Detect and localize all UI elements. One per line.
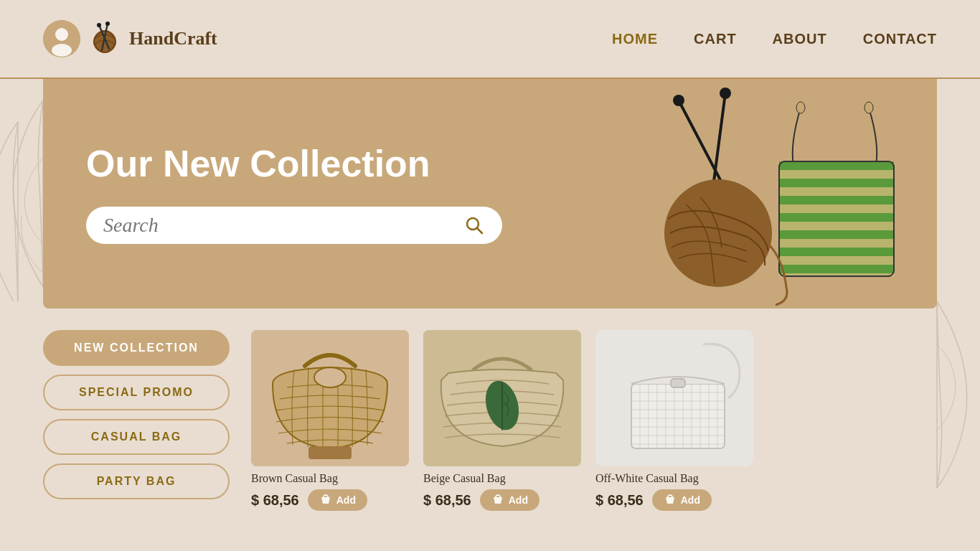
category-casual-bag[interactable]: CASUAL BAG bbox=[43, 419, 230, 455]
svg-rect-38 bbox=[308, 446, 352, 459]
svg-point-10 bbox=[105, 22, 110, 26]
product-footer-2: $ 68,56 Add bbox=[595, 489, 753, 511]
main-nav: HOME CART ABOUT CONTACT bbox=[612, 31, 937, 47]
search-input[interactable] bbox=[103, 214, 463, 237]
product-card: Beige Casual Bag $ 68,56 Add bbox=[423, 330, 581, 511]
svg-point-37 bbox=[314, 367, 346, 387]
bag-icon bbox=[664, 494, 677, 507]
products-grid: Brown Casual Bag $ 68,56 Add bbox=[251, 330, 937, 511]
product-image-brown-bag bbox=[251, 330, 409, 466]
svg-rect-44 bbox=[631, 384, 725, 448]
svg-line-12 bbox=[477, 228, 482, 233]
add-to-cart-0[interactable]: Add bbox=[308, 489, 367, 511]
brand-name: HandCraft bbox=[129, 28, 217, 50]
svg-point-4 bbox=[55, 28, 68, 41]
svg-point-33 bbox=[673, 95, 684, 106]
logo-area: HandCraft bbox=[43, 20, 217, 57]
nav-contact[interactable]: CONTACT bbox=[863, 31, 937, 47]
product-image-beige-bag bbox=[423, 330, 581, 466]
search-bar bbox=[86, 207, 502, 244]
product-footer-0: $ 68,56 Add bbox=[251, 489, 409, 511]
svg-rect-63 bbox=[671, 379, 685, 387]
search-button[interactable] bbox=[463, 215, 485, 236]
product-card: Off-White Casual Bag $ 68,56 Add bbox=[595, 330, 753, 511]
product-name-2: Off-White Casual Bag bbox=[595, 472, 753, 485]
svg-point-14 bbox=[864, 102, 873, 113]
product-name-0: Brown Casual Bag bbox=[251, 472, 409, 485]
brand-logo-icon bbox=[88, 22, 122, 56]
user-avatar[interactable] bbox=[43, 20, 80, 57]
add-to-cart-1[interactable]: Add bbox=[480, 489, 540, 511]
product-price-1: $ 68,56 bbox=[423, 492, 471, 509]
product-footer-1: $ 68,56 Add bbox=[423, 489, 581, 511]
product-card: Brown Casual Bag $ 68,56 Add bbox=[251, 330, 409, 511]
nav-about[interactable]: ABOUT bbox=[773, 31, 827, 47]
products-section: NEW COLLECTION SPECIAL PROMO CASUAL BAG … bbox=[0, 316, 980, 525]
svg-point-34 bbox=[720, 88, 731, 99]
header: HandCraft HOME CART ABOUT CONTACT bbox=[0, 0, 980, 79]
svg-point-9 bbox=[97, 23, 101, 27]
hero-title: Our New Collection bbox=[86, 143, 894, 184]
nav-cart[interactable]: CART bbox=[694, 31, 737, 47]
bag-icon bbox=[319, 494, 332, 507]
product-name-1: Beige Casual Bag bbox=[423, 472, 581, 485]
product-price-0: $ 68,56 bbox=[251, 492, 299, 509]
hero-content: Our New Collection bbox=[43, 115, 937, 272]
svg-rect-29 bbox=[779, 273, 894, 276]
svg-point-13 bbox=[796, 102, 805, 113]
svg-point-5 bbox=[52, 44, 72, 57]
search-icon bbox=[463, 215, 485, 236]
product-image-white-bag bbox=[595, 330, 753, 466]
add-to-cart-2[interactable]: Add bbox=[652, 489, 712, 511]
category-party-bag[interactable]: PARTY BAG bbox=[43, 463, 230, 499]
category-new-collection[interactable]: NEW COLLECTION bbox=[43, 330, 230, 366]
bag-icon bbox=[491, 494, 504, 507]
product-price-2: $ 68,56 bbox=[595, 492, 644, 509]
sidebar-categories: NEW COLLECTION SPECIAL PROMO CASUAL BAG … bbox=[43, 330, 230, 511]
category-special-promo[interactable]: SPECIAL PROMO bbox=[43, 375, 230, 410]
nav-home[interactable]: HOME bbox=[612, 31, 658, 47]
hero-banner: Our New Collection bbox=[43, 79, 937, 309]
